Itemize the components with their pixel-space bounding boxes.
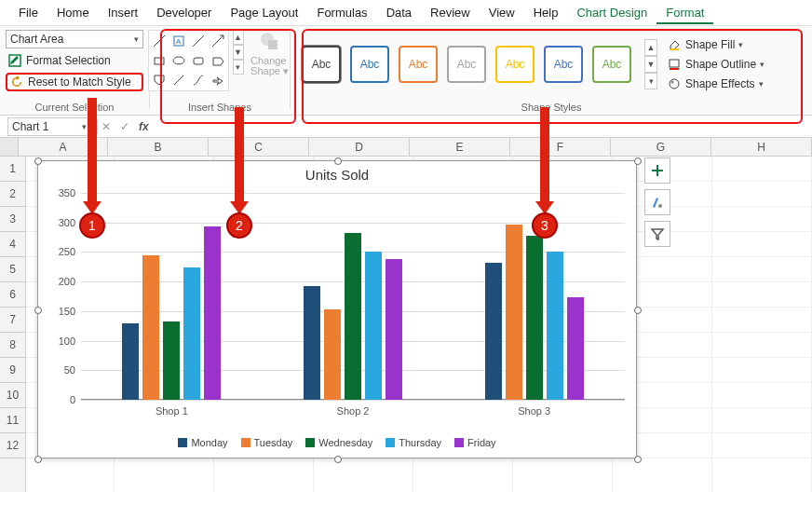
tab-view[interactable]: View: [480, 2, 524, 23]
style-swatch-3[interactable]: Abc: [447, 46, 486, 83]
tab-data[interactable]: Data: [377, 2, 421, 23]
bar[interactable]: [142, 255, 159, 400]
tab-help[interactable]: Help: [524, 2, 568, 23]
select-all-corner[interactable]: [0, 138, 19, 156]
enter-icon[interactable]: ✓: [116, 120, 133, 133]
row-header-9[interactable]: 9: [0, 358, 25, 383]
scroll-down-icon[interactable]: ▼: [233, 45, 244, 60]
shape-thumb-3[interactable]: [210, 33, 226, 49]
bar[interactable]: [365, 252, 382, 400]
shape-outline-button[interactable]: Shape Outline ▾: [667, 57, 765, 72]
bar[interactable]: [324, 309, 341, 400]
resize-handle[interactable]: [634, 456, 642, 463]
shape-thumb-5[interactable]: [170, 52, 187, 69]
grid-area[interactable]: Units Sold 050100150200250300350Shop 1Sh…: [26, 157, 812, 492]
bar[interactable]: [304, 286, 320, 400]
tab-file[interactable]: File: [9, 2, 47, 23]
style-swatch-5[interactable]: Abc: [544, 46, 583, 83]
scroll-up-icon[interactable]: ▲: [644, 39, 657, 56]
bar[interactable]: [547, 252, 563, 400]
tab-review[interactable]: Review: [421, 2, 480, 23]
shape-thumb-0[interactable]: [151, 33, 168, 49]
bar[interactable]: [386, 259, 402, 400]
bar[interactable]: [506, 225, 522, 400]
tab-developer[interactable]: Developer: [147, 2, 221, 23]
shape-gallery-nav[interactable]: ▲ ▼ ▾: [233, 30, 244, 75]
row-header-6[interactable]: 6: [0, 282, 25, 308]
legend-item[interactable]: Wednesday: [305, 437, 372, 448]
shape-thumb-7[interactable]: [210, 52, 226, 69]
shape-thumb-9[interactable]: [170, 72, 187, 89]
scroll-up-icon[interactable]: ▲: [233, 30, 244, 45]
bar[interactable]: [567, 297, 584, 400]
shape-thumb-4[interactable]: [151, 52, 168, 69]
row-header-5[interactable]: 5: [0, 257, 25, 282]
row-header-1[interactable]: 1: [0, 157, 25, 182]
more-icon[interactable]: ▾: [644, 73, 657, 89]
scroll-down-icon[interactable]: ▼: [644, 56, 657, 73]
tab-home[interactable]: Home: [47, 2, 99, 23]
bar[interactable]: [122, 323, 139, 400]
resize-handle[interactable]: [34, 456, 42, 463]
fx-icon[interactable]: fx: [133, 120, 155, 133]
row-header-7[interactable]: 7: [0, 308, 25, 333]
shape-fill-button[interactable]: Shape Fill ▾: [667, 37, 765, 52]
style-swatch-1[interactable]: Abc: [350, 46, 389, 83]
row-header-10[interactable]: 10: [0, 383, 25, 408]
shape-effects-button[interactable]: Shape Effects ▾: [667, 76, 765, 91]
style-swatch-0[interactable]: Abc: [302, 46, 341, 83]
style-gallery-nav[interactable]: ▲ ▼ ▾: [644, 39, 657, 89]
row-header-4[interactable]: 4: [0, 232, 25, 257]
cancel-icon[interactable]: ✕: [98, 120, 115, 133]
row-header-11[interactable]: 11: [0, 408, 25, 433]
chart-legend[interactable]: MondayTuesdayWednesdayThursdayFriday: [38, 437, 636, 448]
tab-formulas[interactable]: Formulas: [307, 2, 376, 23]
resize-handle[interactable]: [334, 456, 342, 463]
resize-handle[interactable]: [34, 157, 42, 165]
row-header-12[interactable]: 12: [0, 433, 25, 458]
more-icon[interactable]: ▾: [233, 60, 244, 75]
reset-to-match-style-button[interactable]: Reset to Match Style: [6, 73, 143, 91]
shape-thumb-10[interactable]: [190, 72, 207, 89]
row-header-2[interactable]: 2: [0, 182, 25, 207]
shape-thumb-1[interactable]: A: [170, 33, 187, 49]
bar[interactable]: [526, 236, 543, 400]
bar[interactable]: [345, 233, 361, 400]
resize-handle[interactable]: [634, 307, 642, 314]
col-header-D[interactable]: D: [309, 138, 410, 156]
shape-thumb-11[interactable]: [210, 72, 226, 89]
col-header-C[interactable]: C: [209, 138, 309, 156]
col-header-B[interactable]: B: [108, 138, 209, 156]
col-header-F[interactable]: F: [510, 138, 611, 156]
chart-elements-button[interactable]: [644, 157, 670, 184]
resize-handle[interactable]: [34, 307, 42, 314]
style-swatch-2[interactable]: Abc: [399, 46, 438, 83]
shape-thumb-2[interactable]: [190, 33, 207, 49]
resize-handle[interactable]: [634, 157, 642, 165]
col-header-E[interactable]: E: [410, 138, 510, 156]
chart-filters-button[interactable]: [644, 221, 670, 247]
tab-chart-design[interactable]: Chart Design: [567, 2, 656, 23]
format-selection-button[interactable]: Format Selection: [6, 51, 143, 70]
tab-format[interactable]: Format: [656, 2, 713, 24]
formula-input[interactable]: [155, 117, 812, 136]
legend-item[interactable]: Thursday: [386, 437, 441, 448]
shape-thumb-6[interactable]: [190, 52, 207, 69]
legend-item[interactable]: Tuesday: [241, 437, 293, 448]
legend-item[interactable]: Friday: [454, 437, 496, 448]
bar-group-1[interactable]: Shop 2: [263, 193, 444, 400]
resize-handle[interactable]: [334, 157, 342, 165]
shape-style-gallery[interactable]: AbcAbcAbcAbcAbcAbcAbc: [296, 42, 637, 87]
tab-insert[interactable]: Insert: [99, 2, 148, 23]
style-swatch-4[interactable]: Abc: [495, 46, 535, 83]
col-header-G[interactable]: G: [611, 138, 711, 156]
col-header-H[interactable]: H: [711, 138, 812, 156]
bar[interactable]: [183, 267, 200, 400]
bar[interactable]: [163, 321, 180, 400]
style-swatch-6[interactable]: Abc: [592, 46, 631, 83]
bar[interactable]: [485, 263, 502, 400]
shape-gallery[interactable]: A: [148, 30, 229, 91]
chart-styles-button[interactable]: [644, 189, 670, 215]
row-header-3[interactable]: 3: [0, 207, 25, 232]
chart-element-combo[interactable]: Chart Area ▾: [6, 30, 143, 48]
